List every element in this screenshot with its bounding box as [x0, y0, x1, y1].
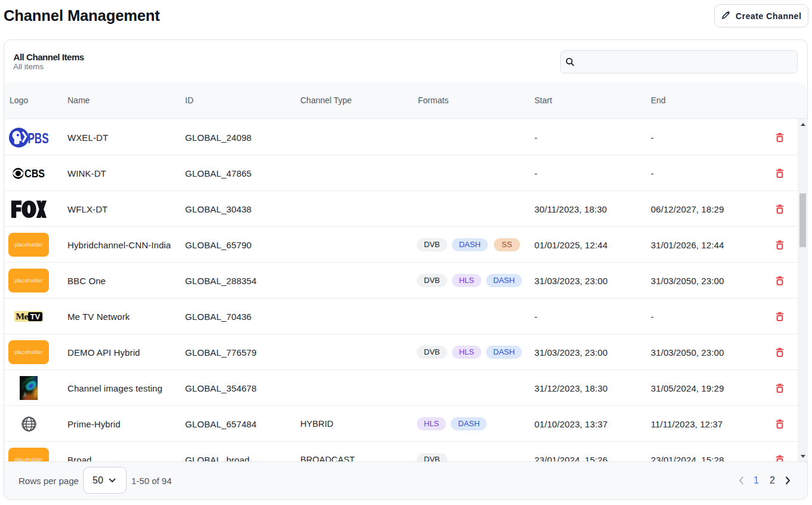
svg-text:PBS: PBS	[27, 130, 48, 146]
svg-text:CBS: CBS	[24, 168, 45, 179]
